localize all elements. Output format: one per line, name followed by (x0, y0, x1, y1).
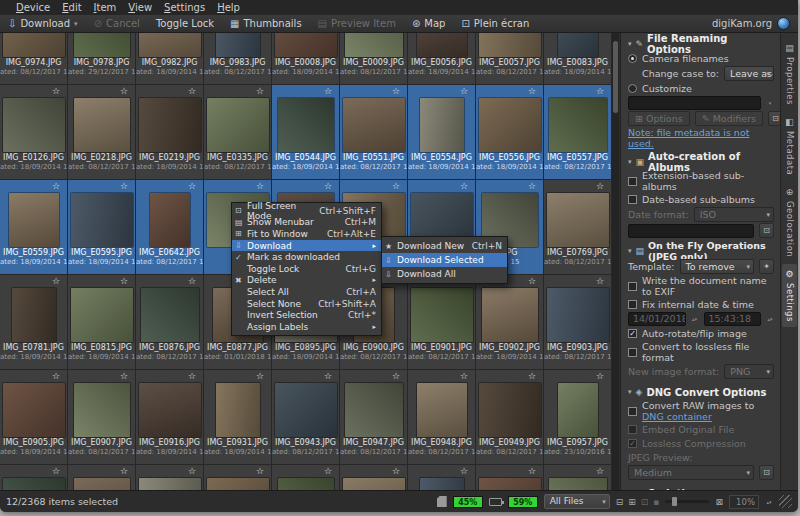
change-case-dropdown[interactable]: Leave as-is (724, 66, 774, 81)
thumbnail-item[interactable]: ☆IMG_E0949.JPGated: 08/12/2017 18 (476, 370, 543, 464)
menu-item-invert-selection[interactable]: Invert SelectionCtrl+* (232, 309, 381, 321)
menu-item-fit-to-window[interactable]: ⊞Fit to WindowCtrl+Alt+E (232, 228, 381, 240)
menu-item-full-screen-mode[interactable]: ⊡Full Screen ModeCtrl+Shift+F (232, 205, 381, 217)
thumbnail-item[interactable]: ☆IMG_E0544.JPGated: 18/09/2014 15 (272, 85, 339, 179)
thumbnail-item[interactable]: ☆IMG_E0642.JPGated: 08/12/2017 18 (136, 180, 203, 274)
menu-item-toggle-lock[interactable]: Toggle LockCtrl+G (232, 263, 381, 275)
menu-item-mark-as-downloaded[interactable]: ✓Mark as downloaded (232, 251, 381, 263)
thumbnail-item[interactable]: ☆IMG_E0905.JPGated: 18/09/2014 15 (0, 370, 67, 464)
thumbnail-item[interactable]: ☆ (272, 465, 339, 490)
thumbnail-item[interactable]: ☆IMG_E0559.JPGated: 18/09/2014 15 (0, 180, 67, 274)
fullscreen-button[interactable]: ⊡Plein écran (461, 18, 529, 29)
menu-item-download[interactable]: ⇩Download▸ (232, 240, 381, 252)
zoom-spinner[interactable]: ▴▾ (765, 495, 773, 509)
checkbox-icon[interactable] (628, 407, 637, 416)
thumbnail-item[interactable]: ☆IMG_E0931.JPGated: 18/09/2014 15 (204, 370, 271, 464)
album-dialog-button[interactable]: ⊡ (759, 223, 774, 238)
checkbox-convert-raw[interactable]: Convert RAW images to DNG container (628, 400, 774, 422)
thumbnail-item[interactable]: ☆ (544, 465, 611, 490)
dng-settings-button[interactable]: ⊡ (759, 465, 774, 480)
checkbox-exif-name[interactable]: Write the document name to EXIF (628, 275, 774, 297)
slider-handle[interactable] (672, 497, 677, 506)
date-input[interactable]: 14/01/2018 (628, 312, 686, 326)
radio-icon[interactable] (628, 54, 637, 63)
thumbnail-item[interactable]: ☆ (408, 465, 475, 490)
menu-item-select-none[interactable]: Select NoneCtrl+Shift+A (232, 298, 381, 310)
thumbnail-item[interactable]: ☆IMG_0982.JPGated: 18/09/2014 15 (136, 33, 203, 84)
thumbnail-item[interactable]: ☆ (68, 465, 135, 490)
checkbox-embed-original[interactable]: Embed Original File (628, 423, 774, 436)
checkbox-lossless-compression[interactable]: ✓ Lossless Compression (628, 437, 774, 450)
checkbox-icon[interactable] (628, 282, 637, 291)
menu-item-delete[interactable]: ✖Delete▸ (232, 275, 381, 287)
options-button[interactable]: ⊞ Options (628, 111, 690, 126)
zoom-out-icon[interactable]: ⊟ (616, 497, 624, 507)
menu-item[interactable]: Item (88, 2, 123, 13)
section-header-dng[interactable]: ▾ ◈ DNG Convert Options (628, 385, 774, 399)
checkbox-icon[interactable]: ✓ (628, 439, 637, 448)
checkbox-autorotate[interactable]: ✓ Auto-rotate/flip image (628, 327, 774, 340)
checkbox-icon[interactable] (628, 300, 637, 309)
pattern-dropdown-arrow-icon[interactable]: ▾ (766, 96, 774, 110)
checkbox-icon[interactable]: ✓ (628, 329, 637, 338)
thumbnail-item[interactable]: ☆IMG_E0557.JPGated: 08/12/2017 18 (544, 85, 611, 179)
menu-item-download-selected[interactable]: ⇩Download Selected (382, 253, 507, 267)
tab-properties[interactable]: ▤Properties (782, 38, 797, 110)
template-dropdown[interactable]: To remove (680, 259, 754, 274)
checkbox-icon[interactable] (628, 425, 637, 434)
menu-item-download-new[interactable]: ★Download NewCtrl+N (382, 239, 507, 253)
album-format-input[interactable] (628, 224, 754, 238)
menu-help[interactable]: Help (211, 2, 246, 13)
zoom-100-icon[interactable]: ▪ (653, 497, 659, 507)
thumbnail-item[interactable]: ☆ (340, 465, 407, 490)
checkbox-fix-date[interactable]: Fix internal date & time (628, 298, 774, 311)
grid-scrollbar-thumb[interactable] (613, 41, 618, 113)
download-button[interactable]: ⇩Download▾ (8, 18, 78, 29)
cancel-button[interactable]: ⊘Cancel (94, 18, 140, 29)
dng-container-link[interactable]: DNG container (642, 411, 712, 422)
zoom-level-input[interactable]: 10% (729, 495, 759, 509)
thumbnail-item[interactable]: ☆IMG_0974.JPGated: 08/12/2017 10 (0, 33, 67, 84)
thumbnail-item[interactable]: ☆IMG_E0901.JPGated: 08/12/2017 18 (408, 275, 475, 369)
thumbnail-item[interactable]: ☆IMG_E0907.JPGated: 08/12/2017 18 (68, 370, 135, 464)
menu-settings[interactable]: Settings (158, 2, 211, 13)
thumbnail-item[interactable]: ☆IMG_E0556.JPGated: 18/09/2014 15 (476, 85, 543, 179)
thumbnail-item[interactable]: ☆ (476, 465, 543, 490)
section-header-renaming[interactable]: ▾ ✎ File Renaming Options (628, 37, 774, 51)
thumbnail-item[interactable]: ☆IMG_E0126.JPGated: 18/09/2014 15 (0, 85, 67, 179)
thumbnail-item[interactable]: ☆IMG_E0219.JPGated: 18/09/2014 15 (136, 85, 203, 179)
preview-item-button[interactable]: ▤Preview Item (318, 18, 396, 29)
template-edit-button[interactable]: ✦ (759, 259, 774, 274)
radio-customize[interactable]: Customize (628, 82, 774, 95)
thumbnail-item[interactable]: ☆IMG_E0056.JPGated: 18/09/2014 15 (408, 33, 475, 84)
thumbnail-item[interactable]: ☆IMG_E0008.JPGated: 18/09/2014 15 (272, 33, 339, 84)
thumbnail-item[interactable]: ☆IMG_0983.JPGated: 08/12/2017 18 (204, 33, 271, 84)
menu-item-show-menubar[interactable]: ▤Show MenubarCtrl+M (232, 217, 381, 229)
fit-zoom-icon[interactable]: ⊠ (715, 497, 723, 507)
thumbnail-item[interactable]: ☆IMG_E0218.JPGated: 08/12/2017 18 (68, 85, 135, 179)
menu-edit[interactable]: Edit (56, 2, 87, 13)
thumbnail-item[interactable]: ☆IMG_E0009.JPGated: 08/12/2017 18 (340, 33, 407, 84)
thumbnail-item[interactable]: ☆IMG_E0943.JPGated: 08/12/2017 18 (272, 370, 339, 464)
thumbnail-item[interactable]: ☆IMG_E0769.JPGated: 08/12/2017 18 (544, 180, 611, 274)
thumbnail-item[interactable]: ☆IMG_E0948.JPGated: 08/12/2017 18 (408, 370, 475, 464)
thumbnail-item[interactable]: ☆IMG_E0916.JPGated: 18/09/2014 15 (136, 370, 203, 464)
thumbnails-button[interactable]: ▦Thumbnails (230, 18, 302, 29)
checkbox-icon[interactable] (628, 348, 637, 357)
image-format-dropdown[interactable]: PNG (724, 364, 774, 379)
thumbnail-size-slider[interactable] (665, 500, 709, 503)
thumbnail-item[interactable]: ☆IMG_E0057.JPGated: 08/12/2017 18 (476, 33, 543, 84)
thumbnail-item[interactable]: ☆IMG_E0957.JPGated: 23/10/2016 17 (544, 370, 611, 464)
toggle-lock-button[interactable]: Toggle Lock (156, 18, 214, 29)
thumbnail-item[interactable]: ☆IMG_E0083.JPGated: 18/09/2014 15 (544, 33, 611, 84)
jpeg-preview-dropdown[interactable]: Medium (628, 465, 754, 480)
time-input[interactable]: 15:43:18 (704, 312, 762, 326)
map-button[interactable]: ⊛Map (412, 18, 446, 29)
thumbnail-item[interactable]: ☆IMG_E0876.JPGated: 08/12/2017 18 (136, 275, 203, 369)
thumbnail-item[interactable]: ☆IMG_E0335.JPGated: 08/12/2017 18 (204, 85, 271, 179)
radio-icon[interactable] (628, 84, 637, 93)
thumbnail-item[interactable]: ☆ (136, 465, 203, 490)
thumbnail-item[interactable]: ☆ (0, 465, 67, 490)
checkbox-date-subalbums[interactable]: Date-based sub-albums (628, 193, 774, 206)
section-header-albums[interactable]: ▾ ▣ Auto-creation of Albums (628, 155, 774, 169)
